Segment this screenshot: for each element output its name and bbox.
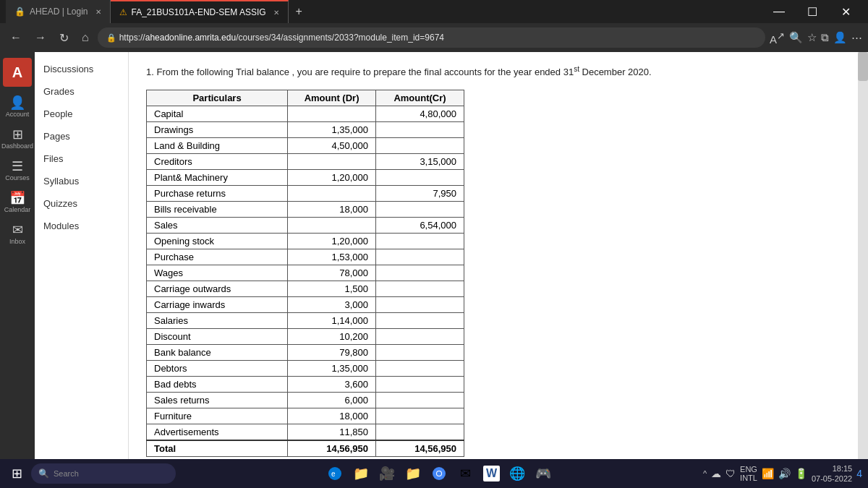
minimize-button[interactable]: —: [762, 0, 796, 23]
back-button[interactable]: ←: [6, 28, 26, 47]
address-bar[interactable]: 🔒 https://aheadonline.amrita.edu/courses…: [98, 27, 765, 48]
start-button[interactable]: ⊞: [6, 463, 28, 484]
address-icons: A↗ 🔍 ☆ ⧉ 👤 ⋯: [770, 30, 862, 46]
taskbar-apps: e 📁 🎥 📁 ✉ W 🌐 🎮: [179, 462, 700, 485]
sidebar-item-files[interactable]: Files: [35, 147, 128, 170]
up-arrow-icon[interactable]: ^: [703, 469, 707, 478]
dashboard-label: Dashboard: [1, 142, 33, 150]
sidebar-item-discussions[interactable]: Discussions: [35, 58, 128, 80]
titlebar: 🔒 AHEAD | Login ✕ ⚠ FA_21BUS101A-END-SEM…: [0, 0, 868, 23]
courses-icon: ☰: [12, 160, 23, 173]
pages-label: Pages: [43, 131, 70, 142]
sidebar-icon-courses[interactable]: ☰ Courses: [3, 156, 32, 185]
syllabus-label: Syllabus: [43, 176, 79, 187]
read-icon[interactable]: A↗: [770, 30, 785, 46]
grades-label: Grades: [43, 86, 75, 97]
antivirus-icon: 🛡: [726, 468, 736, 479]
sidebar-item-grades[interactable]: Grades: [35, 80, 128, 103]
network-icon: 📶: [762, 468, 774, 479]
scrollbar[interactable]: [858, 52, 868, 488]
col-amount-cr: Amount(Cr): [376, 90, 464, 106]
taskbar-app-files2[interactable]: 📁: [401, 462, 425, 485]
forward-button[interactable]: →: [30, 28, 51, 47]
lang-label: ENGINTL: [740, 465, 757, 482]
taskbar-app-browser[interactable]: 🌐: [506, 462, 529, 485]
table-row: Sales6,54,000: [147, 217, 464, 233]
table-row: Salaries1,14,000: [147, 312, 464, 328]
dashboard-icon: ⊞: [12, 128, 23, 141]
taskbar-search[interactable]: 🔍 Search: [31, 463, 176, 484]
table-row: Sales returns6,000: [147, 392, 464, 408]
table-row: Creditors3,15,000: [147, 153, 464, 169]
screenshot-icon[interactable]: ⧉: [821, 31, 829, 44]
taskbar: ⊞ 🔍 Search e 📁 🎥 📁 ✉ W: [0, 459, 868, 488]
taskbar-app-word[interactable]: W: [480, 462, 503, 485]
word-icon: W: [483, 466, 500, 481]
maximize-button[interactable]: ☐: [796, 0, 829, 23]
taskbar-app-game[interactable]: 🎮: [532, 462, 555, 485]
refresh-button[interactable]: ↻: [55, 28, 73, 48]
table-row: Plant& Machinery1,20,000: [147, 169, 464, 185]
notification-icon[interactable]: 4: [856, 468, 862, 479]
inbox-icon: ✉: [12, 223, 23, 236]
tab1-close[interactable]: ✕: [95, 8, 101, 16]
table-row: Bad debts3,600: [147, 376, 464, 392]
sidebar-icon-calendar[interactable]: 📅 Calendar: [3, 188, 32, 217]
taskbar-app-teams[interactable]: 🎥: [375, 462, 399, 485]
scroll-thumb[interactable]: [858, 52, 868, 81]
account-logo: A: [12, 65, 22, 80]
calendar-icon: 📅: [9, 192, 25, 205]
tab-2[interactable]: ⚠ FA_21BUS101A-END-SEM ASSIG ✕: [111, 0, 289, 23]
sidebar-icon-inbox[interactable]: ✉ Inbox: [3, 220, 32, 249]
table-row: Furniture18,000: [147, 408, 464, 424]
sidebar-item-modules[interactable]: Modules: [35, 215, 128, 237]
tab2-close[interactable]: ✕: [273, 9, 279, 17]
volume-icon[interactable]: 🔊: [778, 468, 791, 479]
tab2-label: FA_21BUS101A-END-SEM ASSIG: [132, 7, 266, 17]
taskbar-app-explorer[interactable]: 📁: [349, 462, 373, 485]
table-row: Capital4,80,000: [147, 106, 464, 121]
taskbar-app-mail[interactable]: ✉: [454, 462, 477, 485]
taskbar-app-edge[interactable]: e: [323, 462, 346, 485]
sidebar-item-pages[interactable]: Pages: [35, 125, 128, 147]
titlebar-left: 🔒 AHEAD | Login ✕ ⚠ FA_21BUS101A-END-SEM…: [6, 0, 762, 23]
sidebar-icon-dashboard[interactable]: ⊞ Dashboard: [3, 124, 32, 153]
table-row: Debtors1,35,000: [147, 360, 464, 376]
taskbar-app-chrome[interactable]: [427, 462, 451, 485]
more-icon[interactable]: ⋯: [851, 31, 862, 44]
sidebar-icon-account[interactable]: A: [3, 58, 32, 87]
game-icon: 🎮: [535, 466, 551, 481]
account-icon: 👤: [9, 96, 25, 109]
discussions-label: Discussions: [43, 64, 93, 74]
systray-time: 18:15 07-05-2022: [812, 463, 852, 484]
trial-balance-table: Particulars Amount (Dr) Amount(Cr) Capit…: [146, 90, 464, 457]
people-label: People: [43, 108, 72, 119]
table-row: Purchase returns7,950: [147, 185, 464, 201]
profile-icon[interactable]: 👤: [833, 31, 847, 44]
sidebar-light: Discussions Grades People Pages Files Sy…: [35, 52, 129, 488]
sidebar-icon-account-label[interactable]: 👤 Account: [3, 93, 32, 121]
home-button[interactable]: ⌂: [77, 28, 93, 47]
mail-icon: ✉: [460, 466, 471, 481]
sidebar-item-syllabus[interactable]: Syllabus: [35, 170, 128, 192]
files-label: Files: [43, 153, 63, 164]
table-row: Wages78,000: [147, 265, 464, 281]
search-icon[interactable]: 🔍: [789, 31, 803, 44]
systray: ^ ☁ 🛡 ENGINTL 📶 🔊 🔋 18:15 07-05-2022 4: [703, 463, 862, 484]
window-controls: — ☐ ✕: [762, 0, 862, 23]
table-row: Bills receivable18,000: [147, 201, 464, 217]
tab2-favicon: ⚠: [119, 7, 127, 17]
browser-icon: 🌐: [509, 466, 525, 481]
svg-point-4: [437, 471, 441, 476]
taskbar-search-icon: 🔍: [38, 468, 49, 479]
close-button[interactable]: ✕: [829, 0, 862, 23]
sidebar-item-quizzes[interactable]: Quizzes: [35, 192, 128, 215]
tab-1[interactable]: 🔒 AHEAD | Login ✕: [6, 0, 111, 23]
fav-icon[interactable]: ☆: [807, 31, 817, 44]
cloud-icon: ☁: [711, 468, 721, 479]
taskbar-search-label: Search: [54, 469, 79, 478]
new-tab-button[interactable]: +: [289, 0, 310, 23]
tab1-favicon: 🔒: [14, 7, 25, 17]
sidebar-item-people[interactable]: People: [35, 103, 128, 125]
col-amount-dr: Amount (Dr): [288, 90, 376, 106]
